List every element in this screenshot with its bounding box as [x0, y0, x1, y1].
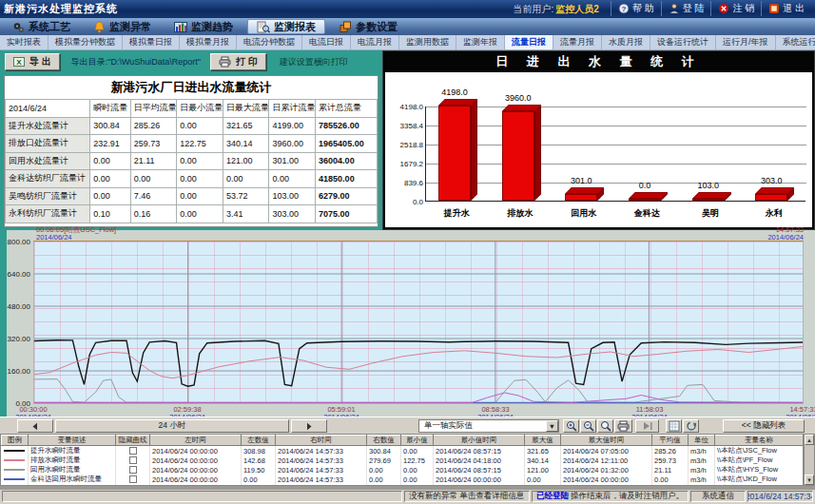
tool-button-print[interactable]: [614, 419, 632, 433]
tool-button-grid[interactable]: [666, 419, 682, 433]
title-bar: 新港污水处理监控系统 当前用户: 监控人员2 ?帮 助登 陆注 销退 出: [0, 0, 815, 18]
subtab-label: 模拟量月报: [186, 36, 229, 48]
bar-ytick-label: 4198.0: [387, 103, 423, 111]
subtab-item[interactable]: 模拟量日报: [123, 35, 180, 49]
menu-item-alarm-bell[interactable]: 监测异常: [85, 19, 160, 34]
legend-value-cell: \\本站点\JKD_Flow: [715, 475, 804, 484]
export-button[interactable]: X 导 出: [5, 53, 60, 70]
subtab-item[interactable]: 监测年报: [456, 35, 505, 49]
tool-button-refresh[interactable]: [683, 419, 699, 433]
hide-list-button[interactable]: << 隐藏列表: [723, 419, 805, 433]
print-button[interactable]: 打 印: [210, 53, 266, 70]
legend-value-cell: m3/h: [689, 465, 715, 475]
tool-button-zoom-in[interactable]: [563, 419, 579, 433]
legend-vertical-scrollbar[interactable]: ▲ ▼: [804, 434, 815, 486]
flow-table-cell: 300.84: [90, 117, 131, 135]
bar-3d-top: [565, 187, 604, 194]
trend-series-line: [34, 340, 803, 387]
legend-line-cell: [2, 465, 29, 475]
flow-table-cell: 提升水处流量计: [6, 117, 90, 135]
hide-curve-checkbox[interactable]: [129, 447, 137, 455]
legend-value-cell: 259.73: [652, 456, 689, 465]
gears-icon: [12, 21, 25, 33]
menu-item-settings[interactable]: 参数设置: [331, 19, 406, 34]
bar-gridline: [426, 145, 806, 145]
legend-row[interactable]: 排放水瞬时流量2014/06/24 00:00:00142.682014/06/…: [2, 456, 804, 465]
bar-chart-title: 日 进 出 水 量 统 计: [383, 51, 814, 71]
hide-curve-checkbox[interactable]: [129, 456, 137, 464]
bar: [629, 199, 661, 201]
menu-bar: 系统工艺监测异常监测趋势监测报表参数设置: [0, 18, 815, 35]
legend-row[interactable]: 金科达回用水瞬时流量2014/06/24 00:00:000.002014/06…: [2, 475, 804, 484]
subtab-item[interactable]: 系统运行日志: [776, 35, 815, 49]
hide-curve-checkbox[interactable]: [129, 466, 137, 474]
subtab-item[interactable]: 模拟量分钟数据: [49, 35, 123, 49]
legend-line-cell: [2, 456, 29, 465]
subtab-item[interactable]: 运行月/年报: [716, 35, 776, 49]
subtab-item[interactable]: 流量日报: [505, 35, 553, 49]
legend-value-cell: 2014/06/24 08:57:15: [434, 446, 525, 456]
subtab-item[interactable]: 实时报表: [0, 35, 49, 49]
window-button-label: 退 出: [783, 2, 805, 15]
subtab-item[interactable]: 电流分钟数据: [237, 35, 302, 49]
legend-value-cell: 340.14: [525, 456, 561, 465]
legend-line-cell: [2, 475, 29, 484]
time-range-track[interactable]: 24 小时: [55, 419, 289, 433]
legend-value-cell: 300.84: [367, 446, 401, 456]
window-button-exit[interactable]: 退 出: [761, 1, 811, 16]
flow-table-row: 金科达纺织厂流量计0.000.000.000.000.0041850.00: [6, 170, 378, 188]
bar: [502, 111, 534, 201]
menu-item-trend-chart[interactable]: 监测趋势: [165, 19, 242, 34]
subtab-label: 设备运行统计: [657, 36, 708, 48]
flow-table-cell: 0.00: [269, 170, 316, 188]
refresh-icon: [686, 420, 697, 432]
legend-value-cell: 121.00: [525, 465, 561, 475]
subtab-item[interactable]: 监测用数据: [399, 35, 456, 49]
subtab-item[interactable]: 设备运行统计: [650, 35, 716, 49]
legend-row[interactable]: 回用水瞬时流量2014/06/24 00:00:00119.502014/06/…: [2, 465, 804, 475]
scroll-up-icon[interactable]: ▲: [805, 435, 814, 445]
status-alarm-panel[interactable]: 没有新的异常 单击查看详细信息: [404, 491, 530, 502]
scroll-left-button[interactable]: [17, 419, 53, 433]
series-color-line: [4, 478, 25, 480]
legend-header-cell: 变量描述: [29, 436, 116, 446]
report-search-icon: [257, 21, 270, 33]
flow-table-header-cell: 2014/6/24: [6, 100, 90, 118]
subtab-item[interactable]: 电流日报: [302, 35, 351, 49]
legend-header-cell: 最大值时间: [561, 436, 652, 446]
tool-button-zoom-out[interactable]: [580, 419, 596, 433]
subtab-item[interactable]: 模拟量月报: [180, 35, 237, 49]
subtab-label: 电流月报: [358, 36, 392, 48]
trend-series-line: [34, 347, 803, 378]
menu-item-gears[interactable]: 系统工艺: [4, 19, 79, 34]
subtab-item[interactable]: 水质月报: [602, 35, 650, 49]
tool-button-play[interactable]: [635, 419, 659, 433]
legend-value-cell: 2014/06/24 04:18:00: [434, 456, 525, 465]
series-color-line: [4, 459, 25, 461]
flow-table-cell: 0.00: [177, 152, 223, 170]
menu-item-report-search[interactable]: 监测报表: [247, 19, 325, 34]
report-toolbar: X 导 出 导出目录:"D:\WuShuiData\Report" 打 印 建议…: [0, 50, 382, 73]
window-button-logout[interactable]: 注 销: [710, 1, 761, 16]
legend-value-cell: m3/h: [689, 475, 715, 484]
window-button-login[interactable]: 登 陆: [661, 1, 711, 16]
tool-button-zoom-reset[interactable]: [597, 419, 613, 433]
subtab-item[interactable]: 流量月报: [553, 35, 602, 49]
axis-mode-select[interactable]: 单一轴实际值 ▾: [418, 419, 559, 433]
legend-row[interactable]: 提升水瞬时流量2014/06/24 00:00:00308.982014/06/…: [2, 446, 804, 456]
trend-plot[interactable]: [33, 241, 804, 404]
dropdown-arrow-icon[interactable]: ▾: [546, 420, 558, 432]
trend-chart-section: 00:06:05[站点USC_Flow] 2014/06/24 14:57:33…: [0, 230, 815, 417]
window-button-help[interactable]: ?帮 助: [611, 1, 661, 16]
flow-table-cell: 7.46: [130, 187, 177, 205]
scroll-right-button[interactable]: [291, 419, 327, 433]
subtab-label: 流量月报: [560, 36, 594, 48]
subtab-item[interactable]: 电流月报: [351, 35, 399, 49]
bar-ytick-label: 2518.8: [387, 141, 423, 149]
hide-curve-checkbox[interactable]: [129, 475, 137, 483]
legend-value-cell: 2014/06/24 00:00:00: [561, 475, 652, 484]
legend-header-cell: 最大值: [525, 436, 561, 446]
bar-gridline: [426, 107, 806, 107]
scroll-down-icon[interactable]: ▼: [805, 475, 814, 485]
legend-hide-cell: [116, 465, 150, 475]
